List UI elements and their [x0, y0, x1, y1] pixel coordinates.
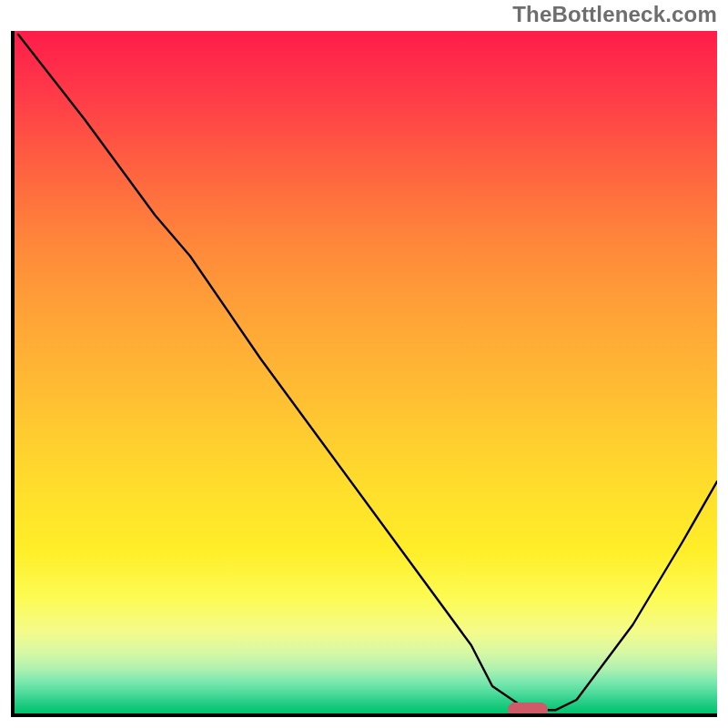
optimal-point-marker [508, 703, 548, 717]
curve-path [18, 35, 717, 711]
chart-area [11, 31, 717, 717]
watermark-label: TheBottleneck.com [512, 2, 717, 27]
page-root: TheBottleneck.com [0, 0, 728, 728]
bottleneck-curve [15, 31, 717, 713]
